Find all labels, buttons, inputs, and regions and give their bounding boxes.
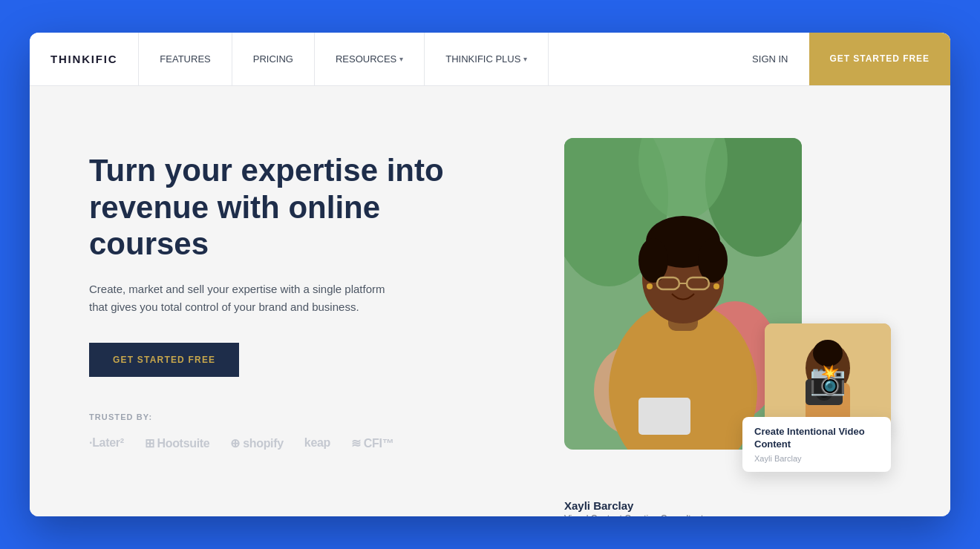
nav-links: FEATURES PRICING RESOURCES ▾ THINKIFIC P… (139, 33, 808, 85)
trusted-logos: ·Later² ⊞ Hootsuite ⊕ shopify keap ≋ CFI… (89, 436, 475, 450)
nav-resources[interactable]: RESOURCES ▾ (315, 33, 425, 85)
nav-pricing[interactable]: PRICING (232, 33, 315, 85)
navbar: THINKIFIC FEATURES PRICING RESOURCES ▾ T… (30, 33, 950, 86)
logo-keap: keap (304, 436, 330, 450)
logo-later: ·Later² (89, 436, 124, 450)
nav-features[interactable]: FEATURES (139, 33, 232, 85)
svg-point-16 (647, 283, 653, 289)
video-card-title: Create Intentional Video Content (754, 426, 879, 451)
chevron-down-icon: ▾ (523, 55, 527, 63)
svg-rect-26 (832, 375, 843, 383)
hero-subtitle: Create, market and sell your expertise w… (89, 280, 401, 316)
svg-point-23 (815, 383, 833, 401)
get-started-cta-nav[interactable]: GET STARTED FREE (809, 33, 950, 85)
logo-hootsuite: ⊞ Hootsuite (145, 436, 210, 450)
trusted-label: TRUSTED BY: (89, 412, 475, 421)
svg-point-20 (813, 340, 843, 366)
hero-section: Turn your expertise into revenue with on… (30, 86, 950, 516)
get-started-cta-hero[interactable]: GET STARTED FREE (89, 343, 239, 377)
video-card-author: Xayli Barclay (754, 454, 879, 463)
logo-cfi: ≋ CFI™ (351, 436, 393, 450)
svg-point-25 (821, 389, 827, 395)
svg-point-17 (713, 283, 719, 289)
brand-logo[interactable]: THINKIFIC (30, 33, 139, 85)
svg-point-24 (818, 386, 830, 398)
svg-rect-15 (638, 398, 690, 435)
person-info: Xayli Barclay Visual Content Creation Co… (564, 499, 703, 516)
person-job-title: Visual Content Creation Consultant (564, 513, 703, 516)
nav-thinkific-plus[interactable]: THINKIFIC PLUS ▾ (425, 33, 549, 85)
chevron-down-icon: ▾ (399, 55, 403, 63)
person-name: Xayli Barclay (564, 499, 703, 512)
svg-point-10 (638, 238, 668, 283)
trusted-section: TRUSTED BY: ·Later² ⊞ Hootsuite ⊕ shopif… (89, 412, 475, 450)
svg-point-11 (698, 238, 728, 283)
browser-frame: THINKIFIC FEATURES PRICING RESOURCES ▾ T… (30, 33, 950, 516)
hero-title: Turn your expertise into revenue with on… (89, 152, 475, 263)
logo-shopify: ⊕ shopify (230, 436, 283, 450)
signin-button[interactable]: SIGN IN (731, 33, 808, 85)
hero-left: Turn your expertise into revenue with on… (89, 152, 475, 450)
video-card: Create Intentional Video Content Xayli B… (742, 417, 891, 472)
svg-rect-22 (806, 379, 843, 405)
hero-right: Create Intentional Video Content Xayli B… (520, 123, 891, 479)
